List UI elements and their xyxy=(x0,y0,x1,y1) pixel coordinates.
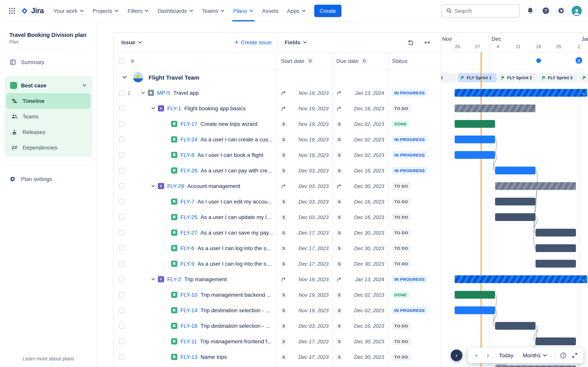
status-badge[interactable]: TO DO xyxy=(392,353,410,360)
scenario-selector[interactable]: Best case xyxy=(6,78,91,93)
sprint-pill[interactable]: FLY Sprint 1 xyxy=(458,73,497,82)
start-date-cell[interactable]: S Dec 03, 2023 xyxy=(277,199,332,204)
sidebar-item-dependencies[interactable]: Dependencies xyxy=(6,140,91,155)
due-date-cell[interactable]: Jan 13, 2024 xyxy=(332,276,388,282)
gantt-bar[interactable] xyxy=(536,337,576,345)
start-date-cell[interactable]: S Dec 03, 2023 xyxy=(277,167,332,173)
top-nav-item-dashboards[interactable]: Dashboards xyxy=(153,0,198,21)
issue-summary[interactable]: Trip management frontend f... xyxy=(200,338,277,344)
issue-summary[interactable]: Travel app xyxy=(173,90,277,96)
group-expander-chevron[interactable] xyxy=(121,74,128,80)
start-date-cell[interactable]: S Dec 17, 2023 xyxy=(277,338,332,344)
status-badge[interactable]: TO DO xyxy=(392,338,410,345)
issue-key[interactable]: FLY-6 xyxy=(181,245,194,251)
row-checkbox[interactable] xyxy=(119,308,124,313)
zoom-level-dropdown[interactable]: Months xyxy=(519,352,551,359)
info-button[interactable] xyxy=(558,350,569,361)
timeline-scrollbar[interactable] xyxy=(496,364,506,366)
gantt-bar[interactable] xyxy=(454,135,495,143)
status-badge[interactable]: IN PROGRESS xyxy=(392,136,427,143)
issue-summary[interactable]: Trip management backend ... xyxy=(200,292,277,298)
start-date-cell[interactable]: Nov 19, 2023 xyxy=(277,105,332,111)
row-checkbox[interactable] xyxy=(119,90,124,96)
create-issue-button[interactable]: + Create issue xyxy=(234,39,271,46)
due-date-cell[interactable]: Jan 13, 2024 xyxy=(332,90,388,96)
top-nav-item-plans[interactable]: Plans xyxy=(229,0,258,21)
start-date-cell[interactable]: Nov 19, 2023 xyxy=(277,276,332,282)
due-date-cell[interactable]: S Dec 30, 2023 xyxy=(332,261,388,267)
issue-key[interactable]: FLY-17 xyxy=(181,121,197,127)
status-badge[interactable]: IN PROGRESS xyxy=(392,276,427,283)
issue-key[interactable]: FLY-24 xyxy=(181,136,197,142)
row-checkbox[interactable] xyxy=(119,339,124,344)
row-checkbox[interactable] xyxy=(119,106,124,111)
issue-key[interactable]: FLY-26 xyxy=(181,167,197,174)
select-all-checkbox[interactable] xyxy=(119,58,124,64)
gantt-bar[interactable] xyxy=(454,120,495,128)
issue-key[interactable]: FLY-1 xyxy=(167,105,181,111)
app-switcher-icon[interactable] xyxy=(6,5,18,17)
issue-summary[interactable]: Trip destination selection - ... xyxy=(200,323,277,329)
settings-gear-icon[interactable] xyxy=(556,6,566,16)
due-date-header[interactable]: Due date D xyxy=(332,58,388,64)
fields-dropdown[interactable]: Fields xyxy=(285,39,307,45)
start-date-cell[interactable]: S Dec 17, 2023 xyxy=(277,354,332,360)
gantt-bar[interactable] xyxy=(536,244,576,252)
issue-summary[interactable]: As I user I can book a flight xyxy=(198,152,277,158)
gantt-bar[interactable] xyxy=(536,260,576,267)
milestone-count-badge[interactable]: 2 xyxy=(576,57,582,64)
start-date-cell[interactable]: S Nov 19, 2023 xyxy=(277,136,332,142)
start-date-cell[interactable]: Dec 03, 2023 xyxy=(277,183,332,189)
notifications-icon[interactable] xyxy=(525,6,535,16)
gantt-bar[interactable] xyxy=(454,306,495,314)
top-nav-item-your-work[interactable]: Your work xyxy=(49,0,88,21)
row-checkbox[interactable] xyxy=(119,276,124,282)
sidebar-item-summary[interactable]: Summary xyxy=(5,54,92,70)
gantt-bar[interactable]: → xyxy=(454,89,587,97)
sprint-pill[interactable]: t xyxy=(440,73,456,82)
sprint-pill[interactable]: FLY Sprint 2 xyxy=(498,73,537,82)
scroll-right-button[interactable]: › xyxy=(482,350,493,361)
due-date-cell[interactable]: S Dec 16, 2023 xyxy=(332,323,388,329)
status-badge[interactable]: TO DO xyxy=(392,245,410,252)
sidebar-item-releases[interactable]: Releases xyxy=(6,124,91,140)
issue-summary[interactable]: Trip management xyxy=(184,276,277,282)
row-checkbox[interactable] xyxy=(119,168,124,173)
issue-key[interactable]: FLY-14 xyxy=(181,307,197,313)
row-checkbox[interactable] xyxy=(119,199,124,204)
issue-key[interactable]: FLY-25 xyxy=(181,214,197,220)
due-date-cell[interactable]: S Dec 30, 2023 xyxy=(332,230,388,235)
issue-dropdown[interactable]: Issue xyxy=(121,39,142,45)
row-expander-chevron[interactable] xyxy=(140,90,146,96)
due-date-cell[interactable]: S Dec 16, 2023 xyxy=(332,214,388,220)
top-nav-item-projects[interactable]: Projects xyxy=(88,0,123,21)
row-checkbox[interactable] xyxy=(119,292,124,298)
start-date-cell[interactable]: S Dec 17, 2023 xyxy=(277,245,332,251)
issue-summary[interactable]: Account management xyxy=(187,183,277,189)
issue-key[interactable]: FLY-27 xyxy=(181,230,197,236)
status-badge[interactable]: TO DO xyxy=(392,198,410,205)
issue-summary[interactable]: Create new trips wizard xyxy=(200,121,277,127)
status-badge[interactable]: TO DO xyxy=(392,260,410,267)
issue-summary[interactable]: As a user I can pay with cre... xyxy=(200,167,277,174)
row-checkbox[interactable] xyxy=(119,230,124,235)
status-badge[interactable]: IN PROGRESS xyxy=(392,89,427,96)
due-date-cell[interactable]: S Dec 02, 2023 xyxy=(332,307,388,313)
fullscreen-icon[interactable] xyxy=(569,350,580,361)
top-nav-item-teams[interactable]: Teams xyxy=(198,0,229,21)
issue-key[interactable]: FLY-16 xyxy=(181,323,197,329)
due-date-cell[interactable]: S Dec 16, 2023 xyxy=(332,199,388,204)
row-checkbox[interactable] xyxy=(119,354,124,360)
start-date-cell[interactable]: S Dec 17, 2023 xyxy=(277,230,332,235)
start-date-cell[interactable]: S Nov 19, 2023 xyxy=(277,292,332,298)
issue-summary[interactable]: As I user I can edit my accou... xyxy=(198,199,277,205)
row-checkbox[interactable] xyxy=(119,323,124,329)
status-badge[interactable]: IN PROGRESS xyxy=(392,307,427,314)
row-checkbox[interactable] xyxy=(119,183,124,189)
start-date-cell[interactable]: S Dec 17, 2023 xyxy=(277,261,332,267)
sidebar-item-timeline[interactable]: Timeline xyxy=(6,93,91,109)
start-date-header[interactable]: Start date D xyxy=(277,58,332,64)
collapse-columns-icon[interactable] xyxy=(422,38,432,47)
start-date-cell[interactable]: S Dec 03, 2023 xyxy=(277,323,332,329)
jira-logo[interactable]: Jira xyxy=(20,6,44,15)
